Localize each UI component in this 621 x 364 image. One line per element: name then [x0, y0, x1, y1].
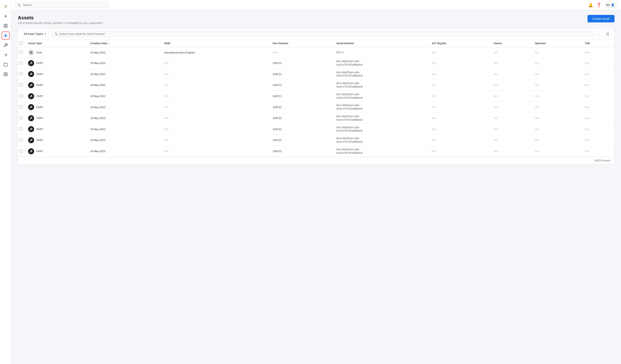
cell-owner: N/A — [491, 113, 532, 124]
user-menu[interactable]: BA 👤 — [605, 2, 617, 7]
column-toggle-button[interactable]: ||| — [604, 31, 611, 37]
filter-bar: All Asset Types ▼ 🔍 ··· ||| — [18, 29, 615, 39]
asset-type-label: PART — [36, 128, 43, 131]
asset-type-chevron-icon: ▼ — [44, 33, 46, 35]
asset-type-icon — [28, 115, 34, 121]
cell-oem: N/A — [161, 102, 270, 113]
row-checkbox[interactable] — [19, 149, 23, 152]
cell-asset-type: PART — [25, 124, 87, 135]
svg-point-12 — [30, 51, 32, 54]
cell-part-number: 2A9721 — [270, 91, 333, 102]
asset-type-dropdown[interactable]: All Asset Types ▼ — [21, 31, 49, 37]
cell-ac-reg-no: N/A — [429, 113, 491, 124]
row-checkbox[interactable] — [19, 116, 23, 119]
help-icon[interactable]: ❓ — [596, 3, 602, 7]
row-checkbox[interactable] — [19, 94, 23, 98]
page-header: Assets List of assets that are owned, op… — [18, 15, 615, 24]
global-search-box: 🔍 — [15, 2, 108, 8]
cell-serial-number: BAA-38b255a4-ca59- 4e19-e75f-f253af88a4c… — [333, 69, 429, 80]
cell-asset-type: ESN — [25, 48, 87, 58]
cell-tsn: N/A — [582, 135, 614, 146]
select-all-header — [18, 39, 25, 48]
sidebar-item-documents[interactable] — [2, 61, 10, 69]
global-search-input[interactable] — [15, 2, 108, 8]
table-row: PART19 May 2022N/A2A9721BAA-38b255a4-ca5… — [18, 146, 614, 157]
create-asset-button[interactable]: Create Asset — [587, 15, 615, 22]
cell-owner: N/A — [491, 69, 532, 80]
cell-creation-date: 19 May 2022 — [87, 113, 161, 124]
cell-tsn: N/A — [582, 113, 614, 124]
cell-creation-date: 19 May 2022 — [87, 80, 161, 91]
col-header-ac-reg-no: A/C Reg.No. — [429, 39, 491, 48]
page-content: Assets List of assets that are owned, op… — [11, 10, 621, 364]
cell-tsn: N/A — [582, 58, 614, 69]
svg-point-3 — [5, 7, 6, 8]
sidebar-item-dashboard[interactable] — [2, 22, 10, 30]
row-checkbox-cell — [18, 69, 25, 80]
row-checkbox-cell — [18, 91, 25, 102]
asset-type-label: PART — [36, 62, 43, 65]
svg-point-0 — [4, 4, 8, 8]
row-checkbox-cell — [18, 146, 25, 157]
table-row: PART19 May 2022N/A2A9721BAA-38b255a4-ca5… — [18, 113, 614, 124]
row-checkbox[interactable] — [19, 127, 23, 130]
asset-type-icon — [28, 126, 34, 132]
cell-operator: N/A — [532, 124, 582, 135]
asset-type-label: PART — [36, 139, 43, 142]
cell-ac-reg-no: N/A — [429, 80, 491, 91]
cell-tsn: N/A — [582, 91, 614, 102]
cell-oem: N/A — [161, 80, 270, 91]
cell-part-number: 2A9721 — [270, 69, 333, 80]
row-checkbox[interactable] — [19, 61, 23, 64]
table-row: PART19 May 2022N/A2A9721BAA-38b255a4-ca5… — [18, 91, 614, 102]
col-header-oem: OEM — [161, 39, 270, 48]
cell-serial-number: BAA-38b255a4-ca59- 4e19-e75f-f253af88a4c… — [333, 124, 429, 135]
cell-asset-type: PART — [25, 80, 87, 91]
row-checkbox[interactable] — [19, 83, 23, 86]
cell-oem: N/A — [161, 124, 270, 135]
cell-asset-type: PART — [25, 69, 87, 80]
svg-point-13 — [31, 52, 32, 53]
cell-operator: N/A — [532, 102, 582, 113]
cell-ac-reg-no: N/A — [429, 146, 491, 157]
row-checkbox[interactable] — [19, 72, 23, 75]
sidebar-item-assets[interactable] — [2, 32, 10, 40]
sidebar-item-maintenance[interactable] — [2, 51, 10, 59]
cell-creation-date: 19 May 2022 — [87, 58, 161, 69]
filter-actions: ··· ||| — [595, 31, 611, 37]
row-checkbox[interactable] — [19, 138, 23, 141]
notifications-icon[interactable]: 🔔 — [588, 3, 593, 7]
row-checkbox[interactable] — [19, 105, 23, 108]
serial-search-icon: 🔍 — [54, 32, 58, 35]
cell-asset-type: PART — [25, 102, 87, 113]
cell-serial-number: BAA-38b255a4-ca59- 4e19-e75f-f253af88a4c… — [333, 80, 429, 91]
col-header-creation-date[interactable]: Creation Date ↓ — [87, 39, 161, 48]
asset-type-label: ESN — [36, 51, 42, 54]
sidebar-item-tools[interactable] — [2, 41, 10, 49]
cell-part-number: 2A9721 — [270, 113, 333, 124]
asset-type-icon — [28, 148, 34, 154]
asset-type-label: PART — [36, 117, 43, 120]
cell-owner: N/A — [491, 124, 532, 135]
cell-ac-reg-no: N/A — [429, 48, 491, 58]
page-subtitle: List of assets that are owned, operated,… — [18, 21, 103, 24]
cell-serial-number: BAA-38b255a4-ca59- 4e19-e75f-f253af88a4c… — [333, 91, 429, 102]
cell-operator: N/A — [532, 58, 582, 69]
row-checkbox[interactable] — [19, 51, 23, 54]
more-options-button[interactable]: ··· — [595, 31, 603, 37]
logo[interactable] — [2, 2, 10, 11]
table-row: PART19 May 2022N/A2A9721BAA-38b255a4-ca5… — [18, 102, 614, 113]
cell-oem: N/A — [161, 146, 270, 157]
row-checkbox-cell — [18, 124, 25, 135]
asset-type-label: All Asset Types — [24, 32, 43, 35]
cell-operator: N/A — [532, 113, 582, 124]
serial-number-search-input[interactable] — [60, 32, 590, 35]
page-title: Assets — [18, 15, 103, 21]
sidebar-add-button[interactable] — [2, 12, 10, 20]
user-avatar-icon: 👤 — [611, 3, 614, 6]
topbar: 🔍 🔔 ❓ BA 👤 — [11, 0, 621, 10]
cell-owner: N/A — [491, 48, 532, 58]
select-all-checkbox[interactable] — [19, 42, 23, 45]
cell-ac-reg-no: N/A — [429, 58, 491, 69]
sidebar-item-settings[interactable] — [2, 70, 10, 78]
